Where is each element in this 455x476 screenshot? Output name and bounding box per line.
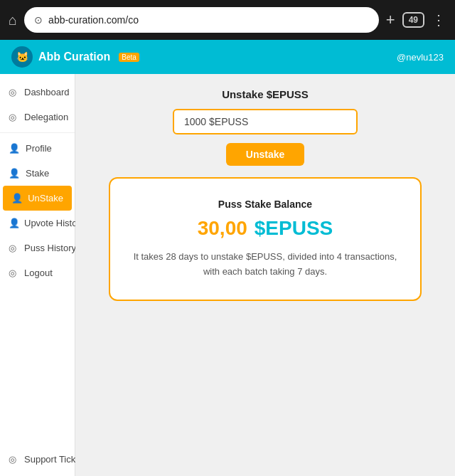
sidebar-label-puss-history: Puss History — [24, 243, 76, 253]
dashboard-icon: ◎ — [9, 87, 18, 97]
sidebar-item-unstake[interactable]: 👤 UnStake — [3, 186, 72, 211]
profile-icon: 👤 — [9, 143, 20, 154]
sidebar-label-support: Support Ticket — [24, 454, 83, 465]
app-logo: 🐱 Abb Curation Beta — [11, 46, 139, 68]
stake-balance-row: 30,00 $EPUSS — [127, 217, 403, 240]
sidebar-label-dashboard: Dashboard — [24, 87, 70, 97]
logo-emoji: 🐱 — [16, 51, 28, 63]
sidebar-label-unstake: UnStake — [28, 193, 63, 203]
support-icon: ◎ — [9, 454, 18, 465]
sidebar-item-dashboard[interactable]: ◎ Dashboard — [0, 80, 75, 105]
stake-amount: 30,00 — [198, 217, 247, 240]
site-info-icon: ⊙ — [34, 14, 43, 26]
page-title: Unstake $EPUSS — [87, 88, 444, 100]
app-header: 🐱 Abb Curation Beta @nevlu123 — [0, 40, 455, 74]
address-bar[interactable]: ⊙ abb-curation.com/co — [24, 7, 379, 33]
app-body: ◎ Dashboard ◎ Delegation 👤 Profile 👤 Sta… — [0, 74, 455, 476]
stake-icon: 👤 — [9, 168, 20, 179]
sidebar-item-logout[interactable]: ◎ Logout — [0, 260, 75, 285]
unstake-icon: 👤 — [11, 193, 22, 203]
sidebar-item-stake[interactable]: 👤 Stake — [0, 161, 75, 186]
delegation-icon: ◎ — [9, 112, 18, 122]
sidebar-label-delegation: Delegation — [24, 112, 68, 122]
browser-menu-icon[interactable]: ⋮ — [432, 11, 446, 28]
browser-chrome: ⌂ ⊙ abb-curation.com/co + 49 ⋮ — [0, 0, 455, 40]
sidebar-item-support[interactable]: ◎ Support Ticket — [0, 447, 75, 476]
sidebar-label-profile: Profile — [26, 143, 52, 154]
sidebar-item-profile[interactable]: 👤 Profile — [0, 136, 75, 161]
home-icon[interactable]: ⌂ — [9, 12, 17, 28]
logout-icon: ◎ — [9, 268, 18, 278]
sidebar-item-delegation[interactable]: ◎ Delegation — [0, 105, 75, 129]
app-title: Abb Curation — [38, 51, 110, 63]
new-tab-button[interactable]: + — [386, 11, 395, 29]
tab-count-badge[interactable]: 49 — [402, 12, 424, 28]
username-display: @nevlu123 — [397, 52, 444, 63]
stake-token: $EPUSS — [255, 217, 333, 240]
upvote-history-icon: 👤 — [9, 218, 18, 228]
sidebar-label-logout: Logout — [24, 268, 53, 278]
stake-note: It takes 28 days to unstake $EPUSS, divi… — [127, 250, 403, 280]
puss-history-icon: ◎ — [9, 243, 18, 253]
address-text: abb-curation.com/co — [48, 14, 369, 26]
sidebar: ◎ Dashboard ◎ Delegation 👤 Profile 👤 Sta… — [0, 74, 75, 476]
unstake-input-row — [87, 109, 444, 134]
unstake-input[interactable] — [173, 109, 358, 134]
stake-card-title: Puss Stake Balance — [127, 199, 403, 210]
sidebar-item-puss-history[interactable]: ◎ Puss History — [0, 236, 75, 260]
logo-icon: 🐱 — [11, 46, 33, 68]
main-content: Unstake $EPUSS Unstake Puss Stake Balanc… — [75, 74, 455, 476]
stake-balance-card: Puss Stake Balance 30,00 $EPUSS It takes… — [109, 177, 422, 301]
sidebar-label-stake: Stake — [26, 168, 49, 179]
sidebar-spacer — [0, 285, 75, 447]
unstake-button[interactable]: Unstake — [226, 143, 304, 166]
beta-badge: Beta — [119, 53, 139, 62]
sidebar-item-upvote-history[interactable]: 👤 Upvote History — [0, 211, 75, 236]
sidebar-divider — [0, 132, 75, 133]
